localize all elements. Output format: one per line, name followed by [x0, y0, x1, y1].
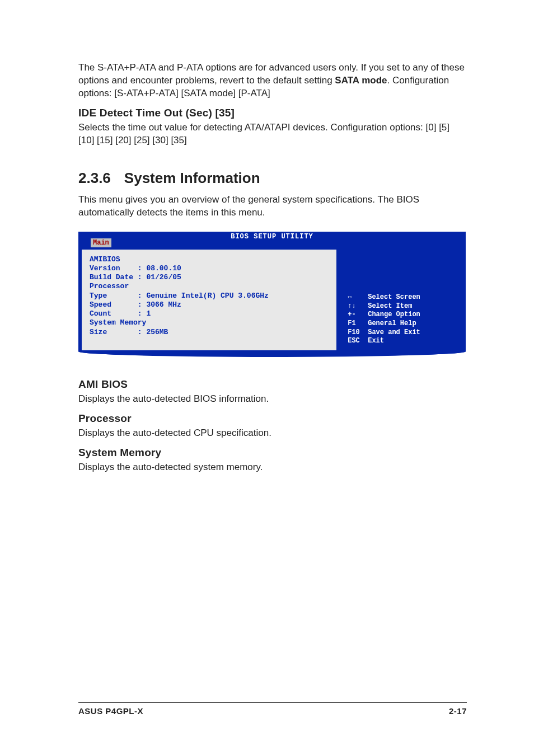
processor-heading: Processor — [78, 412, 467, 425]
legend-line: ↑↓ Select Item — [344, 302, 458, 311]
section-paragraph: This menu gives you an overview of the g… — [78, 194, 467, 219]
section-title: System Information — [124, 170, 260, 186]
bios-screenshot: BIOS SETUP UTILITY Main AMIBIOS Version … — [78, 232, 466, 357]
intro-bold: SATA mode — [335, 75, 387, 86]
legend-line: F1 General Help — [344, 320, 458, 328]
amibios-heading: AMI BIOS — [78, 378, 467, 391]
bios-legend-panel: ↔ Select Screen ↑↓ Select Item +- Change… — [338, 250, 462, 350]
ide-heading: IDE Detect Time Out (Sec) [35] — [78, 107, 467, 119]
section-heading: 2.3.6System Information — [78, 170, 467, 187]
bios-line: Version : 08.00.10 — [90, 264, 329, 273]
sysmem-heading: System Memory — [78, 447, 467, 459]
amibios-paragraph: Displays the auto-detected BIOS informat… — [78, 393, 467, 406]
footer-left: ASUS P4GPL-X — [78, 706, 143, 716]
bios-main-panel: AMIBIOS Version : 08.00.10 Build Date : … — [82, 250, 338, 350]
bios-line: System Memory — [90, 318, 329, 327]
intro-paragraph: The S-ATA+P-ATA and P-ATA options are fo… — [78, 62, 467, 100]
bios-title: BIOS SETUP UTILITY — [78, 232, 466, 241]
bios-line: Count : 1 — [90, 309, 329, 318]
bios-header: BIOS SETUP UTILITY Main — [78, 232, 466, 247]
ide-paragraph: Selects the time out value for detecting… — [78, 121, 467, 147]
section-number: 2.3.6 — [78, 170, 111, 186]
bios-line: Build Date : 01/26/05 — [90, 273, 329, 282]
bios-line: Speed : 3066 MHz — [90, 300, 329, 309]
page-footer: ASUS P4GPL-X 2-17 — [78, 702, 467, 716]
bios-line: Type : Genuine Intel(R) CPU 3.06GHz — [90, 292, 329, 300]
bios-tab-main: Main — [91, 238, 111, 247]
footer-right: 2-17 — [449, 706, 467, 716]
bios-line: AMIBIOS — [90, 255, 329, 264]
bios-body: AMIBIOS Version : 08.00.10 Build Date : … — [78, 247, 466, 355]
sysmem-paragraph: Displays the auto-detected system memory… — [78, 461, 467, 474]
bios-line: Size : 256MB — [90, 328, 329, 337]
legend-line: ESC Exit — [344, 337, 458, 346]
legend-line: +- Change Option — [344, 311, 458, 320]
bios-line: Processor — [90, 282, 329, 291]
legend-line: ↔ Select Screen — [344, 293, 458, 302]
processor-paragraph: Displays the auto-detected CPU specifica… — [78, 427, 467, 440]
legend-line: F10 Save and Exit — [344, 328, 458, 337]
